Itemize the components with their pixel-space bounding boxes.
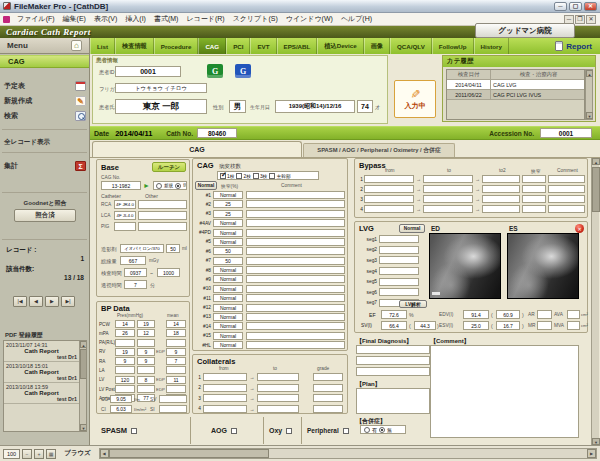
hospital-button[interactable]: グッドマン病院	[475, 23, 575, 38]
menu-item[interactable]: レコード(R)	[182, 15, 228, 22]
pdf-history-entry[interactable]: 2013/10/18 15:01 Cath Report test Dr1	[4, 362, 86, 383]
catheter-field[interactable]: 4F JL4.0	[114, 211, 136, 220]
matched-button[interactable]: 照合済	[14, 209, 76, 222]
collateral-grade-field[interactable]	[313, 405, 343, 413]
cath-history-row[interactable]: 2014/04/11 CAG LVG	[447, 80, 584, 90]
menu-item[interactable]: ファイル(F)	[13, 15, 59, 22]
scrollbar-thumb[interactable]	[80, 349, 87, 379]
bp-value2-field[interactable]: 9	[137, 357, 155, 365]
stenosis-field[interactable]: Normal	[213, 275, 243, 283]
lvg-segment-field[interactable]	[379, 267, 419, 275]
first-record-button[interactable]: |◀	[13, 296, 27, 307]
bp-mean-field[interactable]: 14	[166, 320, 186, 328]
segment-comment-field[interactable]	[246, 313, 345, 321]
stenosis-field[interactable]: Normal	[213, 341, 243, 349]
age-field[interactable]: 74	[357, 100, 373, 113]
bypass-to2-field[interactable]	[482, 185, 520, 193]
oxy-checkbox[interactable]	[286, 428, 292, 434]
delete-image-icon[interactable]	[575, 224, 584, 233]
menu-box[interactable]: Menu ⌂	[0, 38, 90, 54]
es-angiogram-image[interactable]	[507, 233, 579, 299]
co-field[interactable]: 9.05	[110, 395, 132, 403]
ef-field[interactable]: 72.6	[381, 310, 407, 319]
new-radio[interactable]	[156, 183, 162, 189]
tab-followup[interactable]: FollowUp	[432, 38, 474, 54]
lv-analysis-button[interactable]: LV解析	[399, 300, 427, 308]
catheter-field[interactable]: 4F JR4.0	[114, 200, 136, 209]
aog-checkbox[interactable]	[231, 428, 237, 434]
layout-mode-icon[interactable]: ▦	[46, 449, 56, 459]
stenosis-field[interactable]: Normal	[213, 304, 243, 312]
ci-field[interactable]: 6.03	[110, 405, 132, 413]
zoom-in-button[interactable]: +	[34, 449, 44, 459]
segment-comment-field[interactable]	[246, 257, 345, 265]
lvg-segment-field[interactable]	[379, 288, 419, 296]
tab-kensajoho[interactable]: 検査情報	[115, 38, 154, 54]
bp-value2-field[interactable]: 8	[137, 376, 155, 384]
sex-field[interactable]: 男	[229, 100, 246, 113]
cath-history-scrollbar[interactable]: ▲ ▼	[585, 69, 593, 120]
collateral-from-field[interactable]	[203, 394, 247, 402]
sv-field[interactable]	[159, 395, 187, 403]
exam-time-to-field[interactable]: 1000	[157, 268, 180, 277]
scrollbar-thumb[interactable]	[592, 167, 600, 212]
bp-value1-field[interactable]: 14	[115, 320, 135, 328]
collateral-from-field[interactable]	[203, 373, 247, 381]
si-field[interactable]	[159, 405, 187, 413]
stenosis-field[interactable]: 25	[213, 210, 243, 218]
scroll-right-icon[interactable]: ▶	[587, 449, 596, 458]
segment-comment-field[interactable]	[246, 247, 345, 255]
cath-history-row[interactable]: 2011/06/22 CAG PCI LVG IVUS	[447, 90, 584, 100]
fluoro-time-field[interactable]: 7	[124, 280, 147, 289]
catheter-other-field[interactable]	[138, 200, 187, 209]
collateral-to-field[interactable]	[257, 405, 299, 413]
spasm-checkbox[interactable]	[131, 428, 137, 434]
sidebar-item-search[interactable]: 検索	[4, 110, 86, 122]
sidebar-item-new[interactable]: 新規作成✎	[4, 95, 86, 107]
catheter-field[interactable]	[114, 222, 136, 231]
menu-item[interactable]: ヘルプ(H)	[337, 15, 376, 22]
tab-evt[interactable]: EVT	[250, 38, 276, 54]
bypass-to-field[interactable]	[423, 175, 473, 183]
tab-device[interactable]: 植込Device	[317, 38, 363, 54]
vessel-checkbox[interactable]	[253, 173, 259, 179]
menu-item[interactable]: 挿入(I)	[121, 15, 150, 22]
stenosis-field[interactable]: Normal	[213, 219, 243, 227]
bp-value1-field[interactable]	[115, 385, 135, 393]
segment-comment-field[interactable]	[246, 210, 345, 218]
bypass-comment-field[interactable]	[548, 205, 585, 213]
scroll-up-icon[interactable]: ▲	[586, 70, 593, 77]
stenosis-field[interactable]: Normal	[213, 238, 243, 246]
edv-field[interactable]: 91.4	[463, 310, 489, 319]
segment-comment-field[interactable]	[246, 285, 345, 293]
segment-comment-field[interactable]	[246, 229, 345, 237]
bypass-stenosis-field[interactable]	[522, 185, 546, 193]
bp-value2-field[interactable]	[137, 366, 155, 374]
segment-comment-field[interactable]	[246, 191, 345, 199]
goodnet-green-icon[interactable]: G	[207, 64, 223, 78]
scrollbar-thumb[interactable]	[109, 449, 269, 458]
next-record-button[interactable]: ▶	[45, 296, 59, 307]
routine-button[interactable]: ルーチン	[152, 162, 186, 172]
minimize-button[interactable]: ─	[554, 2, 567, 11]
segment-comment-field[interactable]	[246, 266, 345, 274]
bypass-from-field[interactable]	[364, 195, 414, 203]
stenosis-field[interactable]: Normal	[213, 191, 243, 199]
bp-mean-field[interactable]: 11	[166, 376, 186, 384]
scroll-up-icon[interactable]: ▲	[80, 341, 87, 348]
fu-radio[interactable]	[175, 183, 181, 189]
segment-comment-field[interactable]	[246, 200, 345, 208]
esvi-field[interactable]: 16.7	[496, 321, 520, 330]
child-close-button[interactable]: ✕	[586, 15, 596, 24]
accession-field[interactable]: 0001	[540, 128, 592, 138]
stenosis-field[interactable]: Normal	[213, 229, 243, 237]
bypass-stenosis-field[interactable]	[522, 195, 546, 203]
sidebar-item-show-all[interactable]: 全レコード表示	[4, 136, 86, 148]
tab-qca-qlv[interactable]: QCA/QLV	[390, 38, 432, 54]
collateral-to-field[interactable]	[257, 384, 299, 392]
pdf-history-entry[interactable]: 2013/11/07 14:31 Cath Report test Dr1	[4, 341, 86, 362]
vessel-checkbox[interactable]	[220, 173, 226, 179]
goodnet-blue-icon[interactable]: G	[235, 64, 251, 78]
maximize-button[interactable]: ▢	[569, 2, 582, 11]
segment-comment-field[interactable]	[246, 275, 345, 283]
